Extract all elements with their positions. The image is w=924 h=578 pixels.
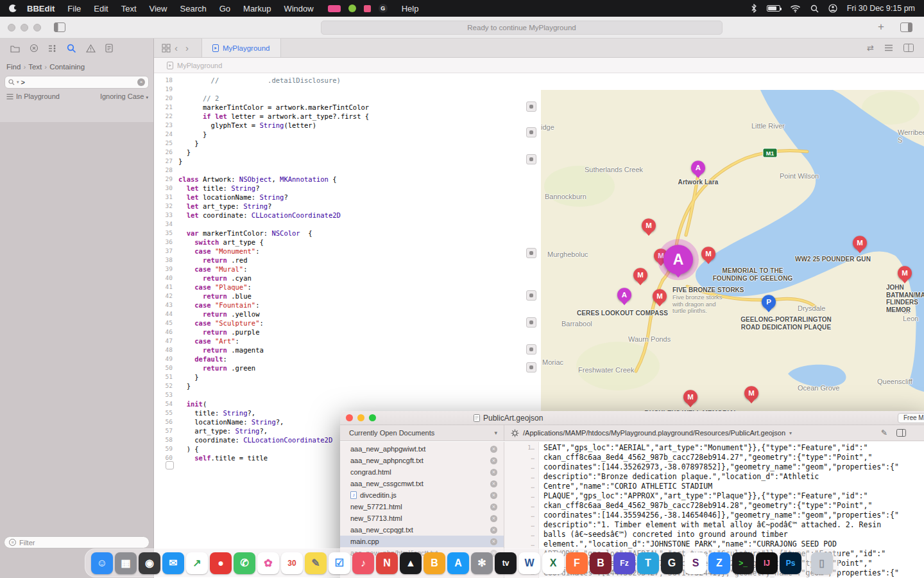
path-chevron-icon[interactable]: ▾ [789,430,792,436]
minimize-button[interactable] [21,24,28,31]
menubar-extra-3-icon[interactable] [364,5,371,12]
symbol-navigator-icon[interactable] [48,44,57,53]
dock-app-news[interactable]: N [376,552,398,574]
open-document-row[interactable]: new_57721.html× [340,501,504,512]
control-center-icon[interactable] [828,4,837,13]
map-marker-a[interactable]: A [617,288,631,302]
playground-result-button[interactable] [526,127,536,137]
open-document-row[interactable]: main.cpp× [340,536,504,547]
project-navigator-icon[interactable] [10,44,20,53]
dock-app-transmit[interactable]: T [637,552,659,574]
dock-app-reminders[interactable]: ☑ [329,552,350,574]
close-button[interactable] [8,24,15,31]
dock-app-terminal[interactable]: >_ [732,552,754,574]
map-marker-m[interactable]: M [701,247,715,261]
playground-result-button[interactable] [526,362,536,372]
dock-app-finder[interactable]: ☺ [91,552,113,574]
dock-app-trash[interactable]: ▯ [811,552,833,574]
map-marker-a[interactable]: A [691,161,705,175]
dock-app-books[interactable]: B [424,552,445,574]
clear-search-icon[interactable]: × [137,78,145,86]
playground-result-button[interactable] [526,154,536,164]
menu-edit[interactable]: Edit [87,4,114,13]
open-document-row[interactable]: Jdivceditin.js× [340,489,504,501]
jump-bar[interactable]: MyPlayground [154,58,924,73]
find-search-field[interactable]: ▾ > × [4,76,149,89]
close-document-icon[interactable]: × [490,515,497,522]
dock-app-calendar[interactable]: 30 [281,552,303,574]
dock-app-firefox[interactable]: F [566,552,588,574]
menubar-clock[interactable]: Fri 30 Dec 9:15 pm [847,4,915,13]
open-document-row[interactable]: aaa_new_ccpqgt.txt× [340,524,504,536]
playground-result-button[interactable] [526,248,536,258]
search-query[interactable]: > [21,78,135,86]
dock-app-word[interactable]: W [518,552,540,574]
close-button[interactable] [346,414,353,421]
edit-pencil-icon[interactable]: ✎ [881,428,887,437]
menu-go[interactable]: Go [213,4,237,13]
close-document-icon[interactable]: × [490,492,497,499]
menu-markup[interactable]: Markup [237,4,277,13]
close-document-icon[interactable]: × [490,469,497,476]
tab-myplayground[interactable]: MyPlayground [201,39,281,57]
wifi-icon[interactable] [790,4,801,13]
map-marker-m[interactable]: M [683,390,697,404]
open-document-row[interactable]: congrad.html× [340,466,504,478]
sidebar-header[interactable]: Currently Open Documents ▾ [340,425,504,441]
close-document-icon[interactable]: × [490,446,497,453]
open-document-row[interactable]: new_57713.html× [340,512,504,524]
sidebar-toggle-icon[interactable] [54,22,65,32]
breadcrumb-text[interactable]: Text [28,63,42,71]
adjust-list-icon[interactable] [884,44,893,51]
menu-help[interactable]: Help [395,4,425,13]
map-marker-m[interactable]: M [744,386,758,400]
map-marker-m[interactable]: M [898,266,912,280]
dock-app-messages[interactable]: ✆ [234,552,255,574]
breadcrumb-find[interactable]: Find [6,63,21,71]
menu-text[interactable]: Text [115,4,143,13]
menu-search[interactable]: Search [174,4,213,13]
dock-app-github[interactable]: G [661,552,683,574]
dock-app-excel[interactable]: X [542,552,564,574]
close-document-icon[interactable]: × [490,538,497,545]
find-scope[interactable]: In Playground [16,92,60,100]
close-document-icon[interactable]: × [490,504,497,511]
map-marker-m[interactable]: M [853,236,867,250]
search-options-chevron-icon[interactable]: ▾ [17,80,19,85]
issue-navigator-icon[interactable] [86,44,96,53]
dock-app-music[interactable]: ♪ [352,552,374,574]
dock-app-tv[interactable]: tv [495,552,517,574]
dock-app-maps[interactable]: ↗ [186,552,208,574]
breadcrumb-containing[interactable]: Containing [49,63,85,71]
navigator-filter-field[interactable]: ≡ Filter [4,536,150,548]
dock-app-photos[interactable]: ✿ [257,552,279,574]
playground-result-button[interactable] [526,317,536,328]
playground-result-button[interactable] [526,344,536,355]
find-case-mode[interactable]: Ignoring Case ▾ [100,92,148,100]
map-marker-m[interactable]: M [633,268,647,282]
dock-app-slack[interactable]: S [685,552,706,574]
zoom-button[interactable] [369,414,376,421]
close-document-icon[interactable]: × [490,457,497,464]
minimize-button[interactable] [357,414,364,421]
source-control-icon[interactable] [30,44,38,53]
editor-layout-icon[interactable] [900,22,912,32]
playground-run-checkbox[interactable] [166,461,174,469]
back-icon[interactable]: ‹ [171,42,182,53]
report-navigator-icon[interactable] [105,44,113,53]
dock-app-bbedit[interactable]: B [590,552,612,574]
dock-app-mail[interactable]: ✉ [162,552,184,574]
menu-file[interactable]: File [61,4,87,13]
map-marker-m[interactable]: M [653,289,667,303]
menu-window[interactable]: Window [277,4,320,13]
menu-view[interactable]: View [143,4,174,13]
dock-app-photoshop[interactable]: Ps [780,552,801,574]
map-marker-p[interactable]: P [762,295,776,309]
map-marker-m[interactable]: M [642,218,656,232]
dock-app-launchpad[interactable]: ▦ [115,552,137,574]
gear-icon[interactable] [511,429,519,437]
zoom-button[interactable] [33,24,41,31]
menubar-extra-4-icon[interactable]: G [379,4,388,13]
playground-result-button[interactable] [526,290,536,301]
path-bar[interactable]: /Applications/MAMP/htdocs/MyPlayground.p… [504,429,881,437]
